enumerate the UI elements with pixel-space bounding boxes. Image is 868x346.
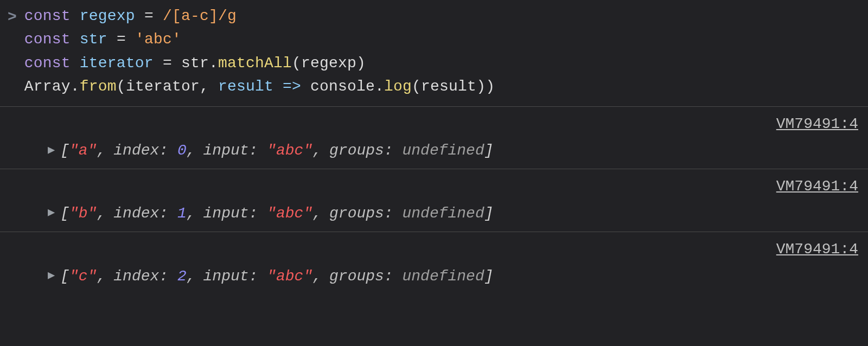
logged-object[interactable]: ▶ [ "b", index: 1, input: "abc", groups:… [10,202,858,225]
comma: , [97,265,106,288]
groups-value: undefined [402,139,484,162]
console-log-row: VM79491:4 ▶ [ "b", index: 1, input: "abc… [0,169,868,232]
console-log-row: VM79491:4 ▶ [ "a", index: 0, input: "abc… [0,107,868,170]
dot: . [71,78,80,95]
comma: , [187,265,196,288]
identifier: console [310,78,375,95]
source-link[interactable]: VM79491:4 [776,178,858,195]
paren: ) [476,78,486,95]
bracket: [ [60,265,69,288]
paren: ) [486,78,495,95]
input-value: "abc" [267,139,312,162]
dot: . [375,78,384,95]
function-name: matchAll [218,55,292,72]
index-value: 0 [177,139,187,162]
operator: = [144,8,154,24]
arrow: => [283,78,301,95]
function-name: log [384,78,412,95]
logged-object[interactable]: ▶ [ "c", index: 2, input: "abc", groups:… [10,265,858,288]
bracket: ] [484,139,494,162]
paren: ( [117,78,126,95]
function-name: from [80,78,117,95]
source-link[interactable]: VM79491:4 [776,241,858,258]
comma: , [97,202,106,225]
index-value: 1 [177,202,187,225]
match-string: "c" [69,265,97,288]
source-location: VM79491:4 [10,232,858,261]
identifier: Array [24,78,71,95]
index-value: 2 [177,265,187,288]
bracket: ] [484,265,494,288]
key-label: groups: [329,139,393,162]
console-input-row[interactable]: > const regexp = /[a-c]/g const str = 'a… [0,0,868,107]
expand-triangle-icon[interactable]: ▶ [48,142,55,160]
paren: ) [356,55,366,72]
paren: ( [412,78,421,95]
devtools-console: > const regexp = /[a-c]/g const str = 'a… [0,0,868,294]
key-label: input: [203,265,258,288]
key-label: groups: [329,202,393,225]
identifier: str [80,31,107,48]
console-log-row: VM79491:4 ▶ [ "c", index: 2, input: "abc… [0,232,868,294]
keyword: const [24,55,71,72]
input-value: "abc" [267,265,312,288]
prompt-icon: > [0,4,24,29]
comma: , [187,202,196,225]
expand-triangle-icon[interactable]: ▶ [48,267,55,285]
string-literal: 'abc' [135,31,181,48]
key-label: input: [203,139,258,162]
bracket: ] [484,202,494,225]
logged-object[interactable]: ▶ [ "a", index: 0, input: "abc", groups:… [10,139,858,162]
comma: , [312,202,322,225]
groups-value: undefined [402,265,484,288]
comma: , [97,139,106,162]
identifier: result [421,78,476,95]
input-value: "abc" [267,202,312,225]
identifier: iterator [80,55,154,72]
source-location: VM79491:4 [10,169,858,198]
keyword: const [24,31,71,48]
key-label: input: [203,202,258,225]
groups-value: undefined [402,202,484,225]
dot: . [209,55,218,72]
operator: = [163,55,172,72]
comma: , [312,139,322,162]
code-input[interactable]: const regexp = /[a-c]/g const str = 'abc… [24,4,495,99]
key-label: index: [113,139,168,162]
key-label: index: [113,202,168,225]
match-string: "b" [69,202,97,225]
paren: ( [292,55,301,72]
identifier: iterator [126,78,200,95]
identifier: regexp [80,8,135,24]
keyword: const [24,8,71,24]
identifier: str [181,55,209,72]
bracket: [ [60,202,69,225]
expand-triangle-icon[interactable]: ▶ [48,204,55,222]
regex-literal: /[a-c]/g [163,8,237,24]
bracket: [ [60,139,69,162]
comma: , [187,139,196,162]
comma: , [200,78,209,95]
comma: , [312,265,322,288]
key-label: groups: [329,265,393,288]
source-location: VM79491:4 [10,107,858,136]
source-link[interactable]: VM79491:4 [776,116,858,132]
operator: = [117,31,126,48]
match-string: "a" [69,139,97,162]
identifier: regexp [301,55,356,72]
key-label: index: [113,265,168,288]
identifier: result [218,78,273,95]
